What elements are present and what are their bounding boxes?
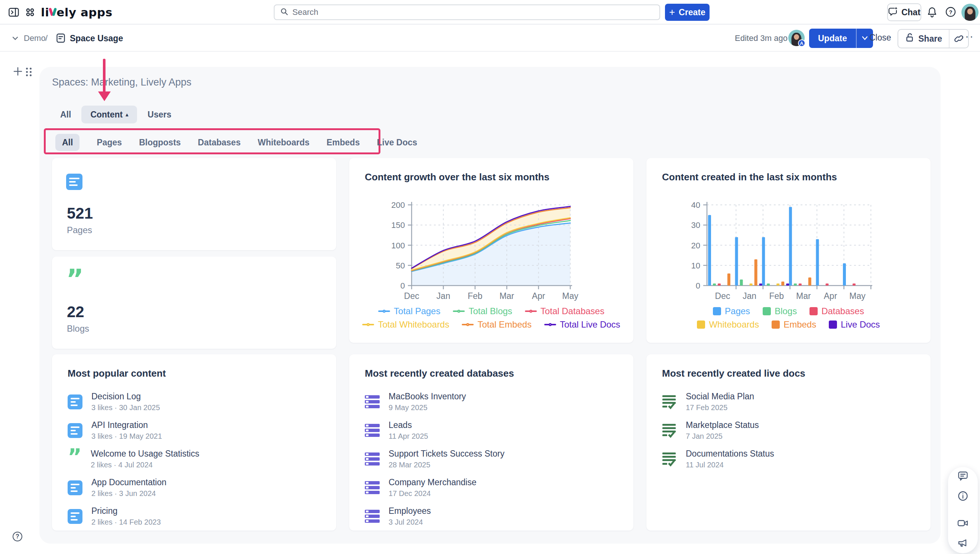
svg-text:0: 0 [696,281,700,291]
item-meta: 11 Apr 2025 [388,432,428,441]
list-item[interactable]: App Documentation 2 likes · 3 Jun 2024 [68,477,321,498]
breadcrumb-root[interactable]: Demo [24,34,46,43]
list-item[interactable]: Social Media Plan 17 Feb 2025 [662,391,915,412]
item-meta: 2 likes · 14 Feb 2023 [91,518,161,527]
breadcrumb-page-title[interactable]: Space Usage [70,34,123,43]
item-title[interactable]: Company Merchandise [388,477,477,487]
annotation-arrow-head [98,91,111,101]
legend-item[interactable]: Total Live Docs [544,319,620,330]
item-meta: 11 Jul 2024 [686,461,774,469]
item-meta: 7 Jan 2025 [686,432,759,441]
legend-item[interactable]: Total Blogs [453,306,512,316]
create-button[interactable]: + Create [665,4,710,21]
legend-item[interactable]: Embeds [772,319,816,330]
app-logo[interactable]: liely apps [41,6,113,19]
item-title[interactable]: Marketplace Status [686,420,759,430]
legend-label: Whiteboards [709,319,759,330]
notifications-bell-icon[interactable] [926,6,938,20]
more-actions-button[interactable]: ··· [961,30,974,42]
item-title[interactable]: Pricing [91,506,161,516]
svg-text:Dec: Dec [404,291,419,301]
item-title[interactable]: Support Tickets Success Story [388,449,504,459]
comments-icon[interactable] [957,470,969,483]
update-button[interactable]: Update [809,29,856,48]
item-meta: 17 Feb 2025 [686,404,754,412]
list-item[interactable]: Marketplace Status 7 Jan 2025 [662,420,915,441]
legend-item[interactable]: Total Embeds [462,319,531,330]
legend-marker [544,324,556,325]
global-search[interactable] [274,5,660,20]
chat-button[interactable]: Chat [887,3,921,21]
subtab-all[interactable]: All [55,134,80,151]
stat-card-blogs: ” 22 Blogs [52,257,336,349]
subtab-blogposts[interactable]: Blogposts [139,134,181,151]
legend-item[interactable]: Databases [810,306,864,316]
popular-content-list: Decision Log 3 likes · 30 Jan 2025 API I… [68,391,321,527]
item-title[interactable]: Documentations Status [686,449,774,459]
close-button[interactable]: Close [869,33,891,43]
recent-databases-list: MacBooks Inventory 9 May 2025 Leads 11 A… [365,391,618,527]
svg-text:Mar: Mar [796,291,811,301]
annotation-arrow [103,59,105,92]
item-meta: 3 likes · 19 May 2021 [91,432,162,441]
list-item[interactable]: Support Tickets Success Story 28 Mar 202… [365,449,618,469]
tab-content[interactable]: Content▴ [81,105,137,123]
legend-item[interactable]: Total Whiteboards [362,319,449,330]
help-icon[interactable]: ? [945,6,956,19]
subtab-databases[interactable]: Databases [198,134,241,151]
legend-label: Total Live Docs [560,319,620,330]
livedoc-icon [662,452,677,467]
database-icon [365,481,380,494]
add-block-icon[interactable] [13,66,23,78]
app-grid-icon[interactable] [24,7,36,19]
list-item[interactable]: Pricing 2 likes · 14 Feb 2023 [68,506,321,527]
video-icon[interactable] [957,518,969,530]
list-item[interactable]: ” Welcome to Usage Statistics 2 likes · … [68,449,321,469]
svg-text:10: 10 [691,261,700,270]
livedoc-icon [662,423,677,438]
subtab-whiteboards[interactable]: Whiteboards [258,134,309,151]
subtab-live-docs[interactable]: Live Docs [377,134,417,151]
item-title[interactable]: API Integration [91,420,162,430]
item-meta: 3 Jul 2024 [388,518,431,527]
list-item[interactable]: Leads 11 Apr 2025 [365,420,618,441]
item-title[interactable]: Welcome to Usage Statistics [91,449,199,459]
search-input[interactable] [293,8,654,17]
list-item[interactable]: MacBooks Inventory 9 May 2025 [365,391,618,412]
list-item[interactable]: Documentations Status 11 Jul 2024 [662,449,915,469]
subtab-embeds[interactable]: Embeds [326,134,360,151]
list-card-livedocs: Most recently created live docs Social M… [646,354,931,530]
tab-all[interactable]: All [55,105,76,123]
item-title[interactable]: Employees [388,506,431,516]
item-title[interactable]: Social Media Plan [686,391,754,402]
list-item[interactable]: Decision Log 3 likes · 30 Jan 2025 [68,391,321,412]
item-title[interactable]: App Documentation [91,477,166,487]
chart-card-growth: Content growth over the last six months … [349,158,633,343]
floating-side-toolbar [948,467,978,553]
item-title[interactable]: Decision Log [91,391,160,402]
legend-item[interactable]: Pages [713,306,750,316]
list-item[interactable]: Employees 3 Jul 2024 [365,506,618,527]
legend-item[interactable]: Total Databases [525,306,605,316]
info-icon[interactable] [957,490,969,503]
line-chart: 050100150200DecJanFebMarAprMay [356,194,627,305]
legend-item[interactable]: Whiteboards [697,319,759,330]
legend-item[interactable]: Live Docs [829,319,880,330]
help-floating-button[interactable]: ? [13,532,22,541]
megaphone-icon[interactable] [957,537,969,550]
item-title[interactable]: MacBooks Inventory [388,391,466,402]
legend-item[interactable]: Blogs [763,306,797,316]
item-title[interactable]: Leads [388,420,428,430]
sidebar-toggle-icon[interactable] [8,7,19,19]
legend-marker [525,310,537,312]
user-avatar[interactable] [961,4,978,21]
subtab-pages[interactable]: Pages [97,134,122,151]
chevron-down-icon[interactable] [10,35,20,43]
legend-item[interactable]: Total Pages [378,306,440,316]
list-item[interactable]: API Integration 3 likes · 19 May 2021 [68,420,321,441]
drag-handle-icon[interactable] [26,68,32,76]
list-item[interactable]: Company Merchandise 17 Dec 2024 [365,477,618,498]
create-label: Create [679,8,705,18]
tab-users[interactable]: Users [142,105,177,123]
share-button[interactable]: Share [898,30,949,48]
